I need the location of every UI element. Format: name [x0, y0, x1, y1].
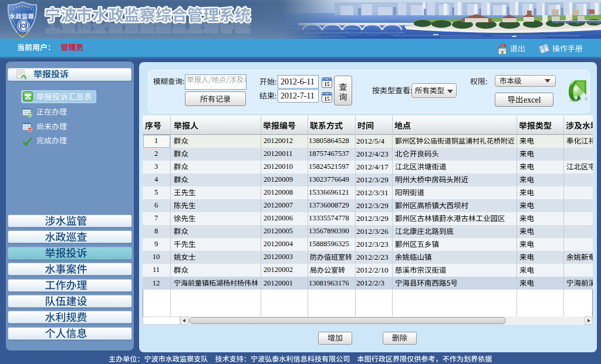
svg-text:15: 15 — [324, 96, 330, 102]
svg-text:15: 15 — [324, 81, 330, 87]
